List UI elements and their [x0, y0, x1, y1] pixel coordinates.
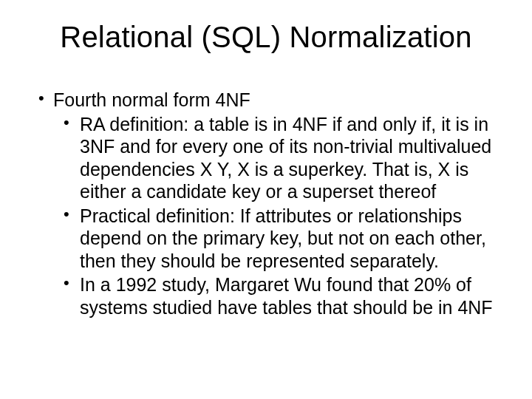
bullet-text: RA definition: a table is in 4NF if and …: [80, 114, 491, 202]
slide-title: Relational (SQL) Normalization: [35, 21, 497, 53]
bullet-list-level2: RA definition: a table is in 4NF if and …: [53, 113, 497, 319]
list-item: Fourth normal form 4NF RA definition: a …: [35, 89, 497, 318]
bullet-list-level1: Fourth normal form 4NF RA definition: a …: [35, 89, 497, 318]
bullet-text: Practical definition: If attributes or r…: [80, 205, 486, 271]
list-item: Practical definition: If attributes or r…: [53, 205, 497, 273]
bullet-text: In a 1992 study, Margaret Wu found that …: [80, 274, 493, 318]
list-item: In a 1992 study, Margaret Wu found that …: [53, 273, 497, 318]
bullet-text: Fourth normal form 4NF: [53, 89, 250, 110]
slide: Relational (SQL) Normalization Fourth no…: [0, 0, 532, 399]
list-item: RA definition: a table is in 4NF if and …: [53, 113, 497, 203]
